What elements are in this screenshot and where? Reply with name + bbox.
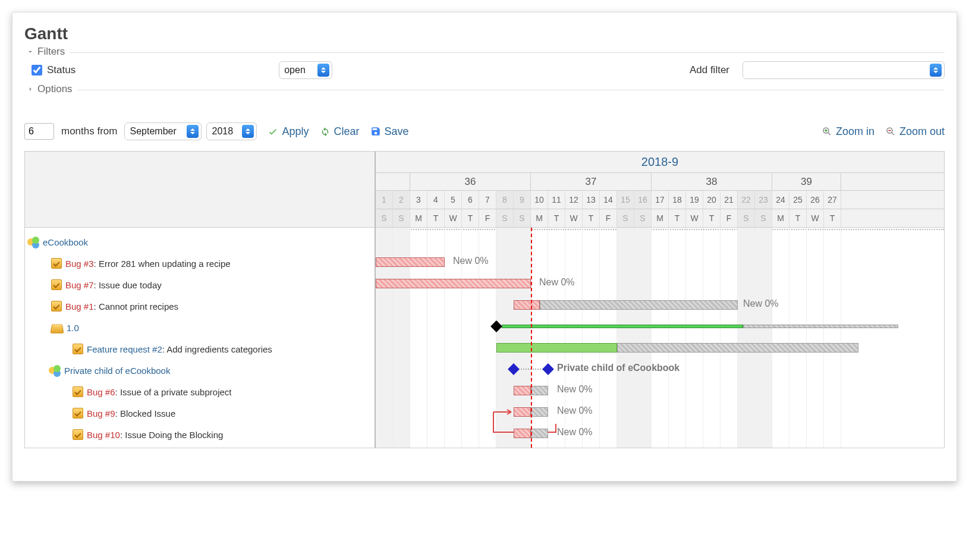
gantt-bar[interactable] — [514, 386, 531, 395]
day-number-cell: 11 — [548, 191, 565, 209]
gantt-bar[interactable] — [743, 325, 898, 328]
status-checkbox[interactable] — [32, 65, 42, 75]
gantt-area: eCookbookBug #3: Error 281 when updating… — [24, 151, 945, 448]
day-number-cell: 3 — [410, 191, 427, 209]
day-number-cell: 13 — [583, 191, 600, 209]
header-month[interactable]: 2018-9 — [376, 152, 944, 173]
gantt-bar[interactable] — [496, 343, 617, 353]
tree-row: 1.0 — [25, 317, 375, 338]
header-day-letters: SSMTWTFSSMTWTFSSMTWTFSSMTWT — [376, 209, 944, 228]
save-link[interactable]: Save — [370, 125, 409, 138]
filters-legend-text: Filters — [37, 46, 65, 58]
tree-row: Bug #10: Issue Doing the Blocking — [25, 424, 375, 445]
options-legend[interactable]: Options — [24, 83, 77, 95]
day-letter-cell: W — [686, 209, 703, 227]
issue-ref-link[interactable]: Bug #6 — [87, 387, 115, 397]
issue-subject: : Add ingredients categories — [162, 344, 272, 354]
day-letter-cell: W — [807, 209, 824, 227]
bar-row — [376, 338, 944, 360]
addfilter-select[interactable] — [743, 61, 945, 79]
month-select[interactable]: September — [124, 122, 202, 140]
week-cell: 36 — [410, 173, 531, 191]
gantt-bar[interactable] — [502, 325, 743, 328]
bar-row: New 0% — [376, 253, 944, 274]
issue-icon — [51, 301, 62, 312]
gantt-bar[interactable] — [514, 429, 531, 438]
tree-row: Bug #7: Issue due today — [25, 274, 375, 295]
issue-ref-link[interactable]: Feature request #2 — [87, 344, 162, 354]
chevron-right-icon — [26, 84, 35, 94]
day-letter-cell: M — [410, 209, 427, 227]
proj-icon — [49, 365, 61, 376]
issue-ref-link[interactable]: Bug #3 — [65, 259, 94, 269]
day-number-cell: 7 — [479, 191, 496, 209]
day-letter-cell: T — [789, 209, 807, 227]
issue-ref-link[interactable]: Bug #10 — [87, 430, 120, 440]
chevron-down-icon — [26, 47, 35, 56]
issue-ref-link[interactable]: Bug #9 — [87, 408, 115, 419]
tree-row: Bug #1: Cannot print recipes — [25, 295, 375, 317]
day-letter-cell: F — [479, 209, 496, 227]
gantt-bar[interactable] — [531, 386, 548, 395]
gantt-bar[interactable] — [531, 429, 548, 438]
day-letter-cell: M — [772, 209, 789, 227]
status-operator-select[interactable]: open — [279, 61, 332, 79]
gantt-tree: eCookbookBug #3: Error 281 when updating… — [25, 228, 375, 445]
day-letter-cell: S — [634, 209, 652, 227]
bar-row: New 0% — [376, 424, 944, 445]
issue-subject: : Blocked Issue — [115, 408, 176, 419]
project-link[interactable]: Private child of eCookbook — [64, 366, 170, 376]
bar-row: New 0% — [376, 402, 944, 424]
day-number-cell: 18 — [669, 191, 686, 209]
link-text: Apply — [282, 125, 309, 138]
select-arrows-icon — [930, 64, 942, 77]
select-value — [745, 65, 753, 75]
day-number-cell: 1 — [376, 191, 393, 209]
issue-subject: : Issue Doing the Blocking — [120, 430, 223, 440]
zoom-out-link[interactable]: Zoom out — [885, 125, 945, 138]
bar-row: Private child of eCookbook — [376, 360, 944, 381]
gantt-subject-column: eCookbookBug #3: Error 281 when updating… — [25, 152, 376, 448]
addfilter-label: Add filter — [690, 64, 729, 76]
week-cell: 37 — [531, 173, 652, 191]
gantt-bar[interactable] — [540, 300, 738, 310]
svg-line-1 — [828, 133, 830, 135]
filters-legend[interactable]: Filters — [24, 46, 70, 58]
apply-link[interactable]: Apply — [268, 125, 309, 138]
gantt-bar[interactable] — [617, 343, 858, 353]
day-number-cell: 23 — [755, 191, 772, 209]
issue-ref-link[interactable]: Bug #7 — [65, 280, 94, 290]
tree-row: Bug #3: Error 281 when updating a recipe — [25, 253, 375, 274]
day-letter-cell: T — [703, 209, 721, 227]
version-link[interactable]: 1.0 — [67, 323, 79, 333]
day-number-cell: 25 — [789, 191, 807, 209]
link-text: Zoom in — [836, 125, 874, 138]
project-link[interactable]: eCookbook — [43, 237, 88, 247]
year-select[interactable]: 2018 — [206, 122, 257, 140]
select-value: 2018 — [209, 126, 235, 137]
issue-subject: : Cannot print recipes — [94, 301, 179, 312]
day-letter-cell: M — [652, 209, 669, 227]
zoom-in-link[interactable]: Zoom in — [822, 125, 874, 138]
select-value: September — [127, 126, 178, 137]
day-number-cell: 2 — [393, 191, 410, 209]
day-letter-cell: M — [531, 209, 548, 227]
day-number-cell: 15 — [617, 191, 634, 209]
select-arrows-icon — [317, 64, 329, 77]
months-input[interactable] — [24, 123, 54, 140]
gantt-bar[interactable] — [376, 257, 445, 267]
day-letter-cell: T — [548, 209, 565, 227]
bar-label: New 0% — [453, 256, 489, 266]
week-cell: 38 — [652, 173, 772, 191]
status-label: Status — [47, 64, 75, 76]
link-text: Save — [385, 125, 409, 138]
issue-ref-link[interactable]: Bug #1 — [65, 301, 94, 312]
gantt-bar[interactable] — [376, 279, 531, 288]
clear-link[interactable]: Clear — [320, 125, 360, 138]
proj-icon — [27, 237, 39, 247]
gantt-toolbar: months from September 2018 Apply Clear S… — [24, 122, 945, 140]
tree-row: Private child of eCookbook — [25, 360, 375, 381]
day-letter-cell: W — [565, 209, 583, 227]
bar-label: New 0% — [539, 277, 575, 288]
gantt-bar[interactable] — [514, 300, 540, 310]
